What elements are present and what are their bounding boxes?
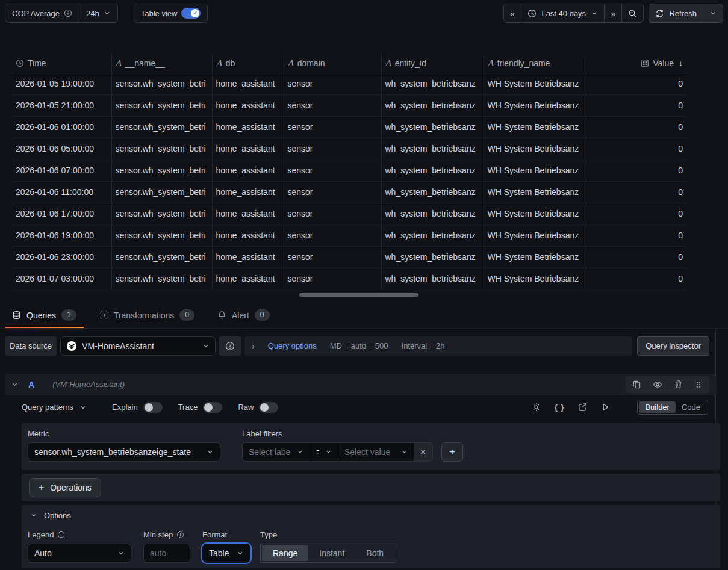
run-query-icon[interactable] (601, 403, 610, 412)
metric-select[interactable]: sensor.wh_system_betriebsanzeige_state (28, 442, 220, 462)
cell-domain: sensor (284, 203, 381, 225)
tab-queries[interactable]: Queries 1 (5, 303, 84, 328)
cell-value: 0 (586, 181, 686, 203)
explain-toggle[interactable] (143, 402, 163, 413)
query-patterns-dropdown[interactable]: Query patterns (22, 403, 87, 412)
bell-icon (217, 311, 226, 320)
toggle-knob: ✓ (191, 9, 199, 17)
column-header-friendly-name[interactable]: A friendly_name (484, 54, 586, 73)
zoom-out-button[interactable] (621, 4, 643, 22)
explain-label: Explain (112, 403, 138, 412)
panel-interval-value: 24h (86, 9, 99, 18)
min-step-input[interactable] (143, 544, 190, 563)
query-inspector-button[interactable]: Query inspector (637, 336, 709, 356)
scrollbar-thumb[interactable] (299, 293, 418, 297)
refresh-button[interactable]: Refresh (649, 4, 703, 22)
info-circle-icon (57, 531, 65, 539)
horizontal-scrollbar (12, 293, 716, 297)
column-header-time[interactable]: Time (12, 54, 111, 73)
metric-value: sensor.wh_system_betriebsanzeige_state (34, 447, 201, 457)
cell-time: 2026-01-06 19:00:00 (12, 225, 111, 246)
column-header-domain[interactable]: A domain (284, 54, 381, 73)
cell-value: 0 (586, 246, 686, 268)
cell-text: WH System Betriebsanz (488, 144, 579, 153)
cell-value: 0 (586, 203, 686, 225)
raw-toggle[interactable] (259, 402, 278, 413)
tab-transformations[interactable]: Transformations 0 (92, 303, 202, 328)
type-option-range[interactable]: Range (262, 545, 308, 561)
cell-db: home_assistant (212, 94, 284, 116)
operator-dropdown[interactable]: = (310, 442, 338, 462)
column-header-name[interactable]: A __name__ (111, 54, 212, 73)
select-label-dropdown[interactable]: Select label (242, 442, 310, 462)
trace-toggle[interactable] (203, 402, 222, 413)
type-option-both[interactable]: Both (355, 545, 394, 561)
datasource-picker[interactable]: VM-HomeAssistant (60, 336, 216, 356)
format-select[interactable]: Table (202, 544, 250, 563)
add-operation-button[interactable]: + Operations (29, 478, 101, 497)
cell-time: 2026-01-06 05:00:00 (12, 138, 111, 160)
text-field-icon: A (116, 58, 122, 68)
remove-filter-button[interactable]: × (414, 442, 433, 462)
select-value-dropdown[interactable]: Select value (338, 442, 414, 462)
table-row: 2026-01-06 05:00:00 sensor.wh_system_bet… (12, 138, 686, 160)
refresh-interval-dropdown[interactable] (703, 4, 723, 22)
braces-icon[interactable]: { } (555, 403, 565, 412)
query-options-bar[interactable]: › Query options MD = auto = 500 Interval… (244, 336, 632, 356)
cell-db: home_assistant (212, 138, 284, 160)
mode-code[interactable]: Code (676, 401, 706, 413)
column-header-entity-id[interactable]: A entity_id (381, 54, 484, 73)
legend-field: Legend Auto (28, 530, 131, 563)
cell-entity-id: wh_system_betriebsanz (381, 116, 484, 138)
table-row: 2026-01-06 01:00:00 sensor.wh_system_bet… (12, 116, 686, 138)
database-icon (12, 311, 21, 320)
cell-friendly-name: WH System Betriebsanz (484, 138, 586, 160)
cell-text: home_assistant (216, 187, 275, 197)
datasource-name: VM-HomeAssistant (82, 341, 198, 351)
cell-domain: sensor (284, 73, 381, 94)
settings-gear-icon[interactable] (532, 403, 541, 412)
panel-interval-dropdown[interactable]: 24h (79, 4, 117, 22)
time-shift-forward-button[interactable]: » (604, 4, 621, 22)
duplicate-query-icon[interactable] (632, 380, 641, 389)
trace-toggle-item: Trace (178, 402, 223, 413)
victoriametrics-logo-icon (66, 341, 77, 352)
cell-text: 0 (678, 144, 683, 153)
time-range-picker[interactable]: Last 40 days (521, 4, 604, 22)
column-header-db[interactable]: A db (212, 54, 284, 73)
cell-entity-id: wh_system_betriebsanz (381, 94, 484, 116)
delete-query-icon[interactable] (674, 380, 683, 389)
tab-alert[interactable]: Alert 0 (210, 303, 276, 328)
cell-text: wh_system_betriebsanz (385, 231, 476, 240)
type-option-instant[interactable]: Instant (308, 545, 355, 561)
cell-text: wh_system_betriebsanz (385, 209, 476, 218)
query-toolbar-row: Query patterns Explain Trace Raw { } (5, 395, 715, 420)
cell-entity-id: wh_system_betriebsanz (381, 268, 484, 290)
options-collapse-header[interactable]: Options (28, 511, 714, 520)
query-row-header[interactable]: A (VM-HomeAssistant) (5, 374, 715, 395)
legend-select[interactable]: Auto (28, 544, 131, 563)
collapse-chevron-icon[interactable] (11, 380, 19, 388)
mode-builder[interactable]: Builder (639, 401, 675, 413)
cell-name: sensor.wh_system_betri (111, 116, 212, 138)
cell-friendly-name: WH System Betriebsanz (484, 73, 586, 94)
panel-title-button[interactable]: COP Average (5, 4, 79, 22)
datasource-help-button[interactable] (219, 336, 241, 356)
type-label: Type (260, 530, 277, 539)
cell-value: 0 (586, 73, 686, 94)
hide-query-icon[interactable] (653, 380, 662, 389)
cell-text: sensor (288, 231, 313, 240)
drag-handle-icon[interactable] (694, 380, 703, 389)
query-type-radio-group: Range Instant Both (260, 544, 396, 563)
question-circle-icon (225, 341, 235, 351)
table-view-toggle[interactable]: ✓ (181, 8, 201, 19)
external-link-icon[interactable] (578, 403, 587, 412)
add-filter-button[interactable]: + (441, 442, 463, 462)
cell-text: sensor (288, 252, 313, 262)
cell-text: home_assistant (216, 79, 275, 88)
query-inspector-label: Query inspector (646, 341, 701, 350)
column-header-value[interactable]: Value ↓ (586, 54, 686, 73)
time-shift-back-button[interactable]: « (504, 4, 521, 22)
cell-text: sensor.wh_system_betri (116, 122, 206, 132)
builder-card: Metric sensor.wh_system_betriebsanzeige_… (22, 423, 720, 470)
